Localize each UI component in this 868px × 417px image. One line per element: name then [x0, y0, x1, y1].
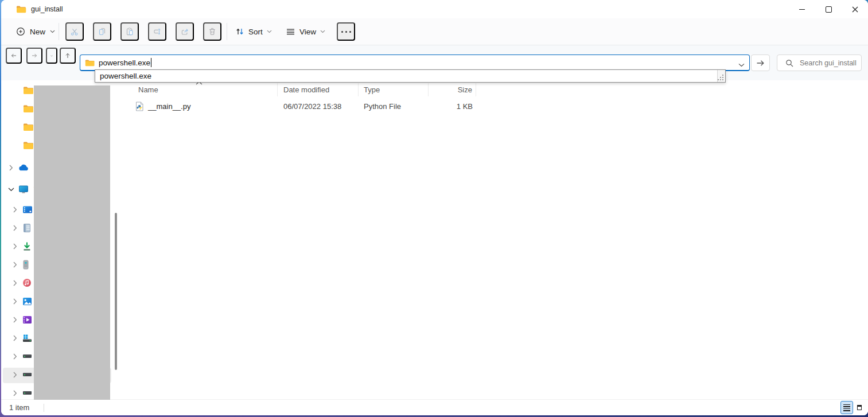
- cut-icon: [70, 27, 79, 36]
- large-icons-view-button[interactable]: [853, 401, 866, 414]
- details-view-button[interactable]: [840, 401, 853, 414]
- file-name-cell[interactable]: __main__.py: [130, 102, 278, 111]
- onedrive-icon: [18, 164, 29, 171]
- rename-icon: [153, 27, 162, 36]
- column-header-size[interactable]: Size: [429, 83, 476, 96]
- network-drive-icon: [22, 390, 32, 396]
- search-box[interactable]: [777, 54, 862, 71]
- new-button[interactable]: New: [10, 22, 61, 41]
- column-header-date-modified[interactable]: Date modified: [278, 83, 359, 96]
- folder-icon: [23, 141, 34, 150]
- toolbar-separator: [59, 23, 59, 40]
- status-bar: 1 item: [1, 399, 868, 415]
- expander-icon[interactable]: [11, 206, 19, 213]
- go-icon: [756, 59, 765, 68]
- close-button[interactable]: [842, 0, 868, 18]
- titlebar: gui_install: [1, 0, 868, 18]
- cut-button[interactable]: [65, 22, 84, 41]
- autocomplete-suggestion[interactable]: powershell.exe: [95, 70, 717, 82]
- sidebar-scrollbar[interactable]: [115, 213, 117, 370]
- this-pc-icon: [18, 185, 29, 194]
- paste-icon: [125, 27, 134, 36]
- expander-icon[interactable]: [11, 262, 19, 268]
- expander-icon[interactable]: [7, 188, 15, 192]
- chevron-down-icon: [320, 30, 325, 33]
- recent-locations-button[interactable]: [46, 48, 57, 64]
- expander-icon[interactable]: [11, 390, 19, 396]
- statusbar-separator: [44, 404, 44, 412]
- network-drive-icon: [22, 372, 32, 377]
- icons-view-icon: [857, 405, 862, 410]
- copy-button[interactable]: [93, 22, 111, 41]
- folder-icon: [23, 104, 34, 113]
- expander-icon[interactable]: [11, 372, 19, 378]
- back-icon: [10, 50, 17, 61]
- navigation-pane: O T: [1, 80, 120, 400]
- delete-button[interactable]: [203, 22, 221, 41]
- file-size: 1 KB: [429, 102, 476, 111]
- address-input-value[interactable]: powershell.exe: [99, 59, 150, 67]
- maximize-button[interactable]: [815, 0, 842, 18]
- file-name: __main__.py: [148, 102, 190, 111]
- command-bar: New Sort View: [1, 18, 868, 45]
- file-list-pane: Name Date modified Type Size __main__.py…: [120, 80, 868, 400]
- expander-icon[interactable]: [11, 317, 19, 323]
- explorer-window: gui_install New: [1, 0, 868, 415]
- window-folder-icon: [16, 5, 26, 13]
- minimize-button[interactable]: [789, 0, 815, 18]
- file-row[interactable]: __main__.py 06/07/2022 15:38 Python File…: [130, 99, 476, 113]
- python-file-icon: [135, 102, 144, 111]
- copy-icon: [98, 27, 107, 36]
- desktop-icon: [22, 205, 33, 214]
- chevron-down-icon: [738, 63, 745, 67]
- chevron-down-icon: [50, 30, 55, 33]
- expander-icon[interactable]: [11, 225, 19, 231]
- redacted-labels-overlay: [34, 85, 110, 400]
- search-icon: [785, 59, 793, 67]
- expander-icon[interactable]: [11, 243, 19, 250]
- expander-icon[interactable]: [7, 165, 15, 171]
- expander-icon[interactable]: [11, 353, 19, 360]
- delete-icon: [208, 27, 217, 36]
- share-icon: [180, 27, 189, 36]
- file-date-modified: 06/07/2022 15:38: [278, 102, 359, 111]
- up-button[interactable]: [60, 48, 76, 64]
- go-to-button[interactable]: [751, 54, 770, 71]
- see-more-button[interactable]: [337, 22, 355, 41]
- videos-icon: [22, 315, 32, 324]
- forward-icon: [31, 50, 38, 61]
- back-button[interactable]: [6, 48, 22, 64]
- sort-button[interactable]: Sort: [231, 22, 277, 41]
- address-folder-icon: [85, 59, 95, 67]
- expander-icon[interactable]: [11, 280, 19, 286]
- search-input[interactable]: [799, 59, 863, 68]
- column-header-type[interactable]: Type: [359, 83, 429, 96]
- view-button-label: View: [299, 28, 316, 36]
- forward-button[interactable]: [26, 48, 42, 64]
- folder-icon: [23, 86, 34, 95]
- folder-icon: [23, 123, 34, 131]
- sort-icon: [235, 27, 244, 36]
- downloads-icon: [22, 241, 32, 251]
- documents-icon: [22, 223, 32, 233]
- expander-icon[interactable]: [11, 335, 19, 341]
- file-type: Python File: [359, 102, 429, 111]
- new-button-label: New: [30, 28, 45, 36]
- dropdown-resize-grip[interactable]: [717, 70, 725, 82]
- view-button[interactable]: View: [281, 22, 330, 41]
- rename-button[interactable]: [148, 22, 166, 41]
- more-icon: [341, 31, 351, 33]
- share-button[interactable]: [176, 22, 194, 41]
- text-caret: [151, 58, 151, 67]
- new-icon: [16, 27, 25, 36]
- column-header-name[interactable]: Name: [130, 83, 278, 96]
- address-bar[interactable]: powershell.exe: [80, 54, 750, 71]
- maximize-icon: [826, 6, 832, 13]
- minimize-icon: [799, 9, 805, 10]
- music-icon: [22, 278, 32, 287]
- expander-icon[interactable]: [11, 298, 19, 305]
- address-dropdown-button[interactable]: [738, 59, 745, 69]
- network-drive-icon: [22, 353, 32, 359]
- paste-button[interactable]: [120, 22, 139, 41]
- column-headers: Name Date modified Type Size: [130, 83, 476, 96]
